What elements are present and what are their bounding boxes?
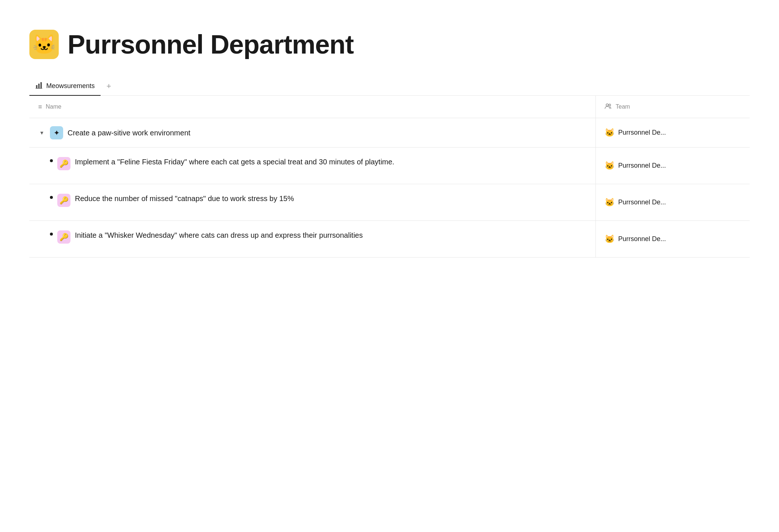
item-icon-row-2: 🔑 (57, 157, 70, 170)
page-header: 🐱 Purrsonnel Department (29, 29, 750, 59)
page-icon: 🐱 (29, 30, 59, 59)
table-header: ≡ Name Team (29, 96, 750, 118)
team-name-row-2: Purrsonnel De... (618, 162, 666, 170)
svg-point-5 (609, 104, 611, 106)
svg-rect-2 (40, 82, 42, 88)
tab-label: Meowsurements (46, 82, 95, 90)
item-icon-row-1: ✦ (50, 126, 63, 139)
tab-add-button[interactable]: + (101, 77, 117, 95)
team-name-row-1: Purrsonnel De... (618, 129, 666, 136)
sub-item-content-row-3: 🔑 Reduce the number of missed "catnaps" … (57, 193, 587, 207)
team-cell-row-3[interactable]: 🐱 Purrsonnel De... (595, 184, 750, 221)
expand-icon[interactable]: ▼ (38, 130, 46, 136)
name-cell-row-3[interactable]: 🔑 Reduce the number of missed "catnaps" … (29, 184, 595, 221)
team-cell-row-2[interactable]: 🐱 Purrsonnel De... (595, 147, 750, 184)
svg-rect-0 (36, 85, 37, 88)
item-text-row-1: Create a paw-sitive work environment (68, 128, 191, 138)
team-header-label: Team (616, 103, 630, 110)
svg-rect-1 (38, 84, 40, 88)
bullet-row-2 (50, 159, 53, 162)
team-name-row-4: Purrsonnel De... (618, 235, 666, 243)
name-header-label: Name (46, 103, 62, 110)
team-name-row-3: Purrsonnel De... (618, 198, 666, 206)
team-cat-icon-row-4: 🐱 (605, 234, 615, 244)
tabs-container: Meowsurements + (29, 77, 750, 96)
page-title: Purrsonnel Department (68, 29, 354, 59)
item-text-row-2: Implement a "Feline Fiesta Friday" where… (75, 156, 394, 167)
name-cell-row-1[interactable]: ▼ ✦ Create a paw-sitive work environment (29, 118, 595, 147)
table-row: 🔑 Reduce the number of missed "catnaps" … (29, 184, 750, 221)
team-column-header[interactable]: Team (595, 96, 750, 118)
sub-item-content-row-2: 🔑 Implement a "Feline Fiesta Friday" whe… (57, 156, 587, 170)
team-header-icon (605, 102, 612, 111)
tab-meowsurements[interactable]: Meowsurements (29, 77, 101, 96)
sub-item-content-row-4: 🔑 Initiate a "Whisker Wednesday" where c… (57, 230, 587, 244)
team-cat-icon-row-3: 🐱 (605, 198, 615, 207)
item-icon-row-3: 🔑 (57, 194, 70, 207)
item-text-row-3: Reduce the number of missed "catnaps" du… (75, 193, 294, 204)
table-row: ▼ ✦ Create a paw-sitive work environment… (29, 118, 750, 147)
name-cell-row-4[interactable]: 🔑 Initiate a "Whisker Wednesday" where c… (29, 221, 595, 257)
team-cat-icon-row-1: 🐱 (605, 128, 615, 138)
page-container: 🐱 Purrsonnel Department Meowsurements + … (0, 0, 779, 258)
team-cell-row-4[interactable]: 🐱 Purrsonnel De... (595, 221, 750, 257)
table-row: 🔑 Implement a "Feline Fiesta Friday" whe… (29, 147, 750, 184)
item-icon-row-4: 🔑 (57, 230, 70, 244)
name-cell-row-2[interactable]: 🔑 Implement a "Feline Fiesta Friday" whe… (29, 147, 595, 184)
svg-point-4 (606, 104, 608, 106)
bullet-row-3 (50, 196, 53, 199)
item-text-row-4: Initiate a "Whisker Wednesday" where cat… (75, 230, 363, 241)
tab-chart-icon (35, 81, 43, 91)
bullet-row-4 (50, 233, 53, 236)
team-cat-icon-row-2: 🐱 (605, 161, 615, 171)
team-cell-row-1[interactable]: 🐱 Purrsonnel De... (595, 118, 750, 147)
table-row: 🔑 Initiate a "Whisker Wednesday" where c… (29, 221, 750, 258)
table: ≡ Name Team ▼ ✦ (29, 96, 750, 258)
name-header-icon: ≡ (38, 103, 42, 111)
name-column-header[interactable]: ≡ Name (29, 96, 595, 118)
